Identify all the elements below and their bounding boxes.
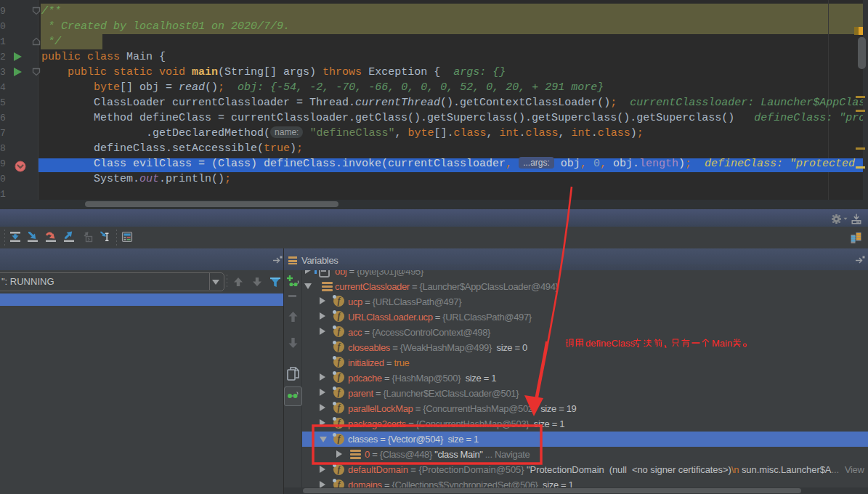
svg-text:defineClass: defineClass bbox=[585, 338, 635, 349]
svg-text:Main: Main bbox=[712, 338, 732, 349]
